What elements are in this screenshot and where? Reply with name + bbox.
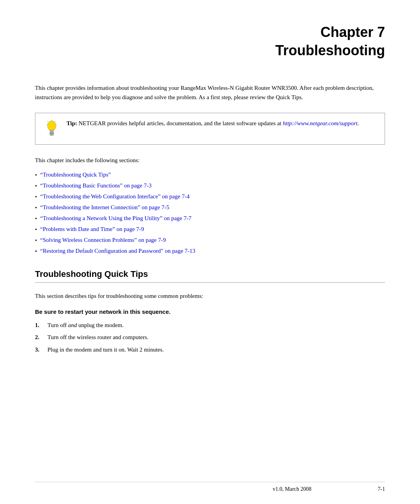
toc-link-6[interactable]: “Problems with Date and Time” on page 7-…: [40, 224, 144, 234]
list-item: “Troubleshooting the Web Configuration I…: [35, 191, 385, 202]
svg-line-4: [55, 124, 57, 125]
tip-box: Tip: NETGEAR provides helpful articles, …: [35, 113, 385, 145]
lightbulb-svg: [43, 119, 60, 138]
intro-paragraph: This chapter provides information about …: [35, 83, 385, 102]
chapter-header: Chapter 7 Troubleshooting: [35, 23, 385, 60]
chapter-title: Chapter 7 Troubleshooting: [35, 23, 385, 60]
step-text-3: Plug in the modem and turn it on. Wait 2…: [47, 345, 164, 355]
svg-line-2: [54, 121, 55, 122]
chapter-name: Troubleshooting: [275, 42, 385, 58]
svg-line-5: [47, 124, 48, 125]
step-text-2: Turn off the wireless router and compute…: [47, 332, 149, 343]
chapter-number: Chapter 7: [320, 24, 385, 40]
list-item: 1. Turn off and unplug the modem.: [35, 320, 385, 331]
step-text-1: Turn off and unplug the modem.: [47, 320, 124, 331]
list-item: 3. Plug in the modem and turn it on. Wai…: [35, 345, 385, 355]
lightbulb-icon: [42, 119, 61, 139]
list-item: “Troubleshooting the Internet Connection…: [35, 202, 385, 213]
toc-link-3[interactable]: “Troubleshooting the Web Configuration I…: [40, 191, 189, 202]
toc-link-1[interactable]: “Troubleshooting Quick Tips”: [40, 170, 111, 180]
toc-link-5[interactable]: “Troubleshooting a Network Using the Pin…: [40, 213, 191, 224]
page-footer: v1.0, March 2008 7-1: [35, 482, 385, 492]
page-container: Chapter 7 Troubleshooting This chapter p…: [0, 0, 420, 504]
toc-link-2[interactable]: “Troubleshooting Basic Functions” on pag…: [40, 180, 152, 191]
list-item: “Troubleshooting Basic Functions” on pag…: [35, 180, 385, 191]
tip-box-text: Tip: NETGEAR provides helpful articles, …: [66, 119, 359, 128]
subsection-heading: Be sure to restart your network in this …: [35, 308, 385, 315]
list-item: “Troubleshooting Quick Tips”: [35, 170, 385, 180]
tip-text-before: NETGEAR provides helpful articles, docum…: [77, 120, 283, 126]
step-number-3: 3.: [35, 345, 43, 355]
tip-link[interactable]: http://www.netgear.com/support: [283, 120, 357, 126]
section-description: This section describes tips for troubles…: [35, 291, 385, 301]
svg-rect-10: [49, 133, 54, 134]
list-item: “Troubleshooting a Network Using the Pin…: [35, 213, 385, 224]
list-item: “Problems with Date and Time” on page 7-…: [35, 224, 385, 235]
step-number-1: 1.: [35, 320, 43, 331]
section-intro: This chapter includes the following sect…: [35, 156, 385, 165]
step-number-2: 2.: [35, 332, 43, 343]
toc-link-4[interactable]: “Troubleshooting the Internet Connection…: [40, 202, 169, 213]
svg-rect-11: [50, 134, 53, 135]
tip-label: Tip:: [66, 120, 77, 126]
toc-link-7[interactable]: “Solving Wireless Connection Problems” o…: [40, 235, 166, 245]
list-item: 2. Turn off the wireless router and comp…: [35, 332, 385, 343]
toc-list: “Troubleshooting Quick Tips” “Troublesho…: [35, 170, 385, 257]
footer-page: 7-1: [378, 486, 385, 492]
footer-version: v1.0, March 2008: [206, 486, 378, 492]
toc-link-8[interactable]: “Restoring the Default Configuration and…: [40, 246, 195, 256]
numbered-list: 1. Turn off and unplug the modem. 2. Tur…: [35, 320, 385, 355]
tip-text-after: .: [358, 120, 359, 126]
section-heading: Troubleshooting Quick Tips: [35, 269, 385, 283]
svg-line-3: [47, 121, 48, 122]
list-item: “Solving Wireless Connection Problems” o…: [35, 235, 385, 246]
list-item: “Restoring the Default Configuration and…: [35, 246, 385, 257]
svg-rect-9: [50, 131, 53, 133]
